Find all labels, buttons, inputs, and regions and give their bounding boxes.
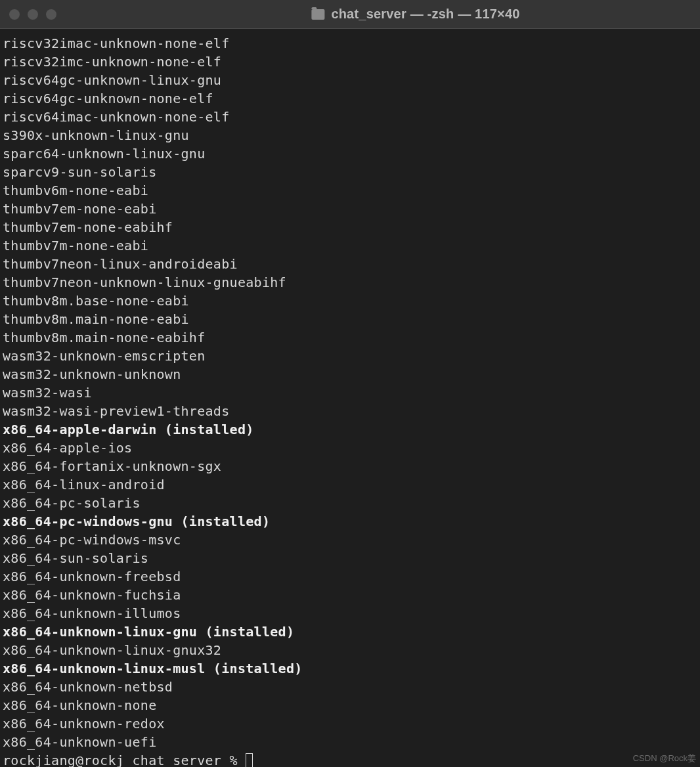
terminal-line: x86_64-pc-windows-gnu (installed) (3, 512, 697, 531)
window-titlebar: chat_server — -zsh — 117×40 (0, 0, 700, 29)
terminal-line: thumbv7em-none-eabihf (3, 218, 697, 236)
terminal-line: riscv32imc-unknown-none-elf (3, 53, 697, 71)
window-title: chat_server — -zsh — 117×40 (331, 7, 519, 22)
terminal-line: x86_64-unknown-none (3, 696, 697, 714)
terminal-line: wasm32-unknown-unknown (3, 365, 697, 384)
terminal-line: x86_64-unknown-freebsd (3, 567, 697, 586)
terminal-prompt[interactable]: rockjiang@rockj chat_server % (3, 751, 697, 767)
terminal-line: thumbv6m-none-eabi (3, 181, 697, 200)
folder-icon (311, 9, 324, 20)
terminal-line: x86_64-apple-darwin (installed) (3, 420, 697, 439)
terminal-line: x86_64-unknown-illumos (3, 604, 697, 623)
window-controls (9, 9, 56, 20)
terminal-line: x86_64-linux-android (3, 475, 697, 494)
terminal-line: wasm32-wasi-preview1-threads (3, 402, 697, 420)
cursor-icon (246, 753, 253, 767)
terminal-line: x86_64-unknown-linux-musl (installed) (3, 659, 697, 678)
terminal-output[interactable]: riscv32imac-unknown-none-elfriscv32imc-u… (0, 29, 700, 767)
close-window-button[interactable] (9, 9, 20, 20)
terminal-line: wasm32-wasi (3, 384, 697, 402)
terminal-line: riscv64imac-unknown-none-elf (3, 108, 697, 126)
terminal-line: x86_64-apple-ios (3, 439, 697, 457)
terminal-line: x86_64-unknown-linux-gnu (installed) (3, 623, 697, 641)
terminal-line: thumbv8m.main-none-eabihf (3, 328, 697, 347)
terminal-line: wasm32-unknown-emscripten (3, 347, 697, 365)
terminal-line: x86_64-pc-windows-msvc (3, 531, 697, 549)
terminal-line: x86_64-pc-solaris (3, 494, 697, 512)
terminal-line: x86_64-sun-solaris (3, 549, 697, 567)
terminal-line: riscv32imac-unknown-none-elf (3, 34, 697, 53)
terminal-line: x86_64-fortanix-unknown-sgx (3, 457, 697, 475)
terminal-line: thumbv7m-none-eabi (3, 236, 697, 255)
terminal-line: sparcv9-sun-solaris (3, 163, 697, 181)
minimize-window-button[interactable] (28, 9, 38, 20)
terminal-line: thumbv8m.base-none-eabi (3, 292, 697, 310)
watermark-text: CSDN @Rock姜 (633, 753, 696, 764)
terminal-line: x86_64-unknown-linux-gnux32 (3, 641, 697, 659)
terminal-line: riscv64gc-unknown-none-elf (3, 89, 697, 108)
maximize-window-button[interactable] (46, 9, 56, 20)
prompt-text: rockjiang@rockj chat_server % (3, 753, 246, 767)
terminal-line: thumbv8m.main-none-eabi (3, 310, 697, 328)
window-title-wrap: chat_server — -zsh — 117×40 (180, 7, 519, 22)
terminal-line: thumbv7neon-linux-androideabi (3, 255, 697, 273)
terminal-line: x86_64-unknown-uefi (3, 733, 697, 751)
terminal-line: thumbv7em-none-eabi (3, 200, 697, 218)
terminal-line: riscv64gc-unknown-linux-gnu (3, 71, 697, 89)
terminal-line: sparc64-unknown-linux-gnu (3, 144, 697, 163)
terminal-line: s390x-unknown-linux-gnu (3, 126, 697, 144)
terminal-line: x86_64-unknown-fuchsia (3, 586, 697, 604)
terminal-line: thumbv7neon-unknown-linux-gnueabihf (3, 273, 697, 292)
terminal-line: x86_64-unknown-redox (3, 714, 697, 733)
terminal-line: x86_64-unknown-netbsd (3, 678, 697, 696)
